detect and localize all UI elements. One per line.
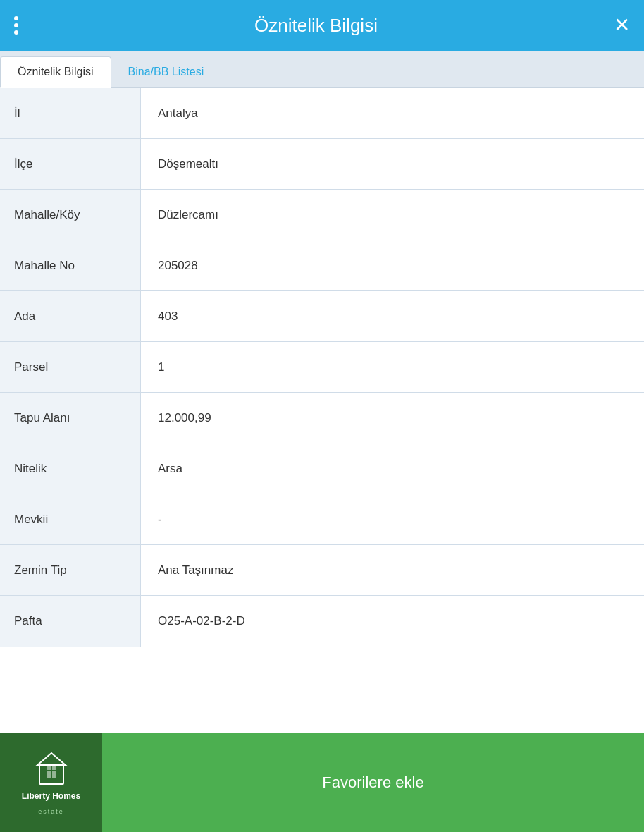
svg-rect-2 bbox=[47, 771, 51, 778]
header-bar: Öznitelik Bilgisi ✕ bbox=[0, 0, 644, 51]
label-mahalle-no: Mahalle No bbox=[0, 240, 141, 290]
tab-oznitelik[interactable]: Öznitelik Bilgisi bbox=[0, 56, 111, 88]
label-mevkii: Mevkii bbox=[0, 494, 141, 544]
favorites-button[interactable]: Favorilere ekle bbox=[102, 733, 644, 832]
label-mahalle-koy: Mahalle/Köy bbox=[0, 190, 141, 240]
label-zemin-tip: Zemin Tip bbox=[0, 545, 141, 595]
label-parsel: Parsel bbox=[0, 342, 141, 392]
value-parsel: 1 bbox=[141, 342, 644, 392]
table-row: Mahalle/Köy Düzlercamı bbox=[0, 190, 644, 240]
value-tapu-alani: 12.000,99 bbox=[141, 393, 644, 443]
logo-name: Liberty Homes bbox=[22, 791, 80, 802]
info-table: İl Antalya İlçe Döşemealtı Mahalle/Köy D… bbox=[0, 88, 644, 733]
content-area: Öznitelik Bilgisi Bina/BB Listesi İl Ant… bbox=[0, 51, 644, 733]
table-row: Nitelik Arsa bbox=[0, 443, 644, 494]
value-mahalle-no: 205028 bbox=[141, 240, 644, 290]
svg-rect-4 bbox=[47, 766, 51, 770]
label-ada: Ada bbox=[0, 291, 141, 341]
label-pafta: Pafta bbox=[0, 596, 141, 647]
label-ilce: İlçe bbox=[0, 139, 141, 189]
table-row: Mevkii - bbox=[0, 494, 644, 545]
dialog-title: Öznitelik Bilgisi bbox=[18, 15, 614, 37]
value-nitelik: Arsa bbox=[141, 443, 644, 494]
value-pafta: O25-A-02-B-2-D bbox=[141, 596, 644, 647]
table-row: Pafta O25-A-02-B-2-D bbox=[0, 596, 644, 647]
table-row: Parsel 1 bbox=[0, 342, 644, 393]
value-mahalle-koy: Düzlercamı bbox=[141, 190, 644, 240]
value-mevkii: - bbox=[141, 494, 644, 544]
close-button[interactable]: ✕ bbox=[614, 16, 630, 35]
svg-rect-5 bbox=[52, 766, 56, 770]
logo-subtitle: estate bbox=[38, 808, 64, 815]
logo-area: Liberty Homes estate bbox=[0, 733, 102, 832]
value-ada: 403 bbox=[141, 291, 644, 341]
value-ilce: Döşemealtı bbox=[141, 139, 644, 189]
tab-bina[interactable]: Bina/BB Listesi bbox=[111, 56, 221, 87]
label-tapu-alani: Tapu Alanı bbox=[0, 393, 141, 443]
svg-rect-0 bbox=[39, 764, 63, 784]
modal-container: Öznitelik Bilgisi ✕ Öznitelik Bilgisi Bi… bbox=[0, 0, 644, 832]
table-row: İlçe Döşemealtı bbox=[0, 139, 644, 190]
label-il: İl bbox=[0, 88, 141, 138]
table-row: İl Antalya bbox=[0, 88, 644, 139]
value-zemin-tip: Ana Taşınmaz bbox=[141, 545, 644, 595]
table-row: Ada 403 bbox=[0, 291, 644, 342]
table-row: Zemin Tip Ana Taşınmaz bbox=[0, 545, 644, 596]
building-icon bbox=[34, 750, 69, 785]
svg-rect-3 bbox=[52, 771, 56, 778]
value-il: Antalya bbox=[141, 88, 644, 138]
table-row: Tapu Alanı 12.000,99 bbox=[0, 393, 644, 443]
bottom-section: Liberty Homes estate Favorilere ekle bbox=[0, 733, 644, 832]
table-row: Mahalle No 205028 bbox=[0, 240, 644, 291]
tabs-row: Öznitelik Bilgisi Bina/BB Listesi bbox=[0, 51, 644, 88]
label-nitelik: Nitelik bbox=[0, 443, 141, 494]
